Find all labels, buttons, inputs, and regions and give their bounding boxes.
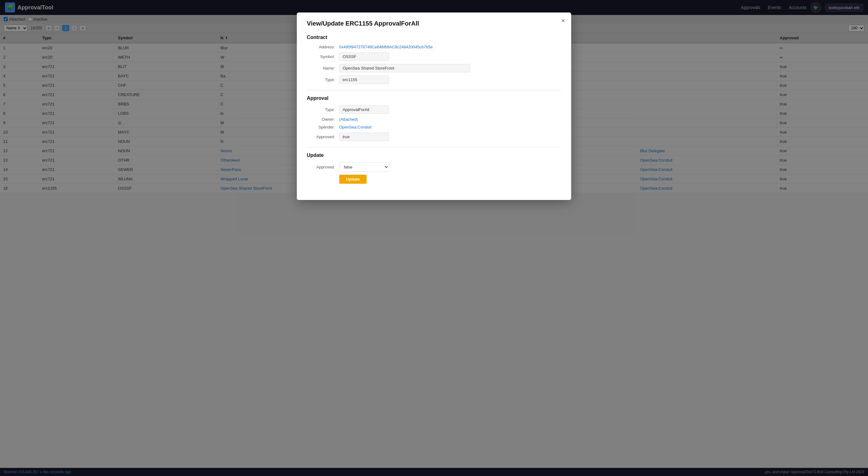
approval-section: Approval Type: ApprovalForAll Owner: (At… xyxy=(307,95,561,141)
update-approved-label: Approved: xyxy=(307,165,335,169)
contract-type-value: erc1155 xyxy=(339,76,389,84)
update-section-title: Update xyxy=(307,152,561,158)
owner-row: Owner: (Attached) xyxy=(307,117,561,122)
contract-type-label: Type: xyxy=(307,77,335,82)
name-row: Name: OpenSea Shared StoreFront xyxy=(307,64,561,72)
symbol-value: OSSSF xyxy=(339,52,389,61)
approval-type-label: Type: xyxy=(307,107,335,112)
address-label: Address: xyxy=(307,44,335,49)
approved-row: Approved: true xyxy=(307,132,561,141)
modal-title: View/Update ERC1155 ApprovalForAll xyxy=(307,20,561,27)
approved-label: Approved: xyxy=(307,135,335,139)
modal-close-button[interactable]: × xyxy=(561,18,565,24)
approved-value: true xyxy=(339,132,389,141)
address-row: Address: 0x495f947276749Ce646f68AC8c2484… xyxy=(307,44,561,49)
name-value: OpenSea Shared StoreFront xyxy=(339,64,470,72)
symbol-row: Symbol: OSSSF xyxy=(307,52,561,61)
update-button[interactable]: Update xyxy=(339,175,367,184)
spender-row: Spender: OpenSea:Conduit xyxy=(307,125,561,129)
spender-value[interactable]: OpenSea:Conduit xyxy=(339,125,371,129)
update-approved-select[interactable]: false true xyxy=(339,162,389,172)
owner-value[interactable]: (Attached) xyxy=(339,117,358,122)
update-button-row: Update xyxy=(307,175,561,184)
approval-type-row: Type: ApprovalForAll xyxy=(307,106,561,114)
contract-type-row: Type: erc1155 xyxy=(307,76,561,84)
owner-label: Owner: xyxy=(307,117,335,122)
approval-type-value: ApprovalForAll xyxy=(339,106,389,114)
modal: View/Update ERC1155 ApprovalForAll × Con… xyxy=(297,12,571,200)
spender-label: Spender: xyxy=(307,125,335,129)
contract-section: Contract Address: 0x495f947276749Ce646f6… xyxy=(307,35,561,84)
symbol-label: Symbol: xyxy=(307,54,335,59)
address-value[interactable]: 0x495f947276749Ce646f68AC8c248420045cb7b… xyxy=(339,44,433,49)
name-label: Name: xyxy=(307,66,335,70)
contract-section-title: Contract xyxy=(307,35,561,40)
approval-section-title: Approval xyxy=(307,95,561,101)
update-approved-row: Approved: false true xyxy=(307,162,561,172)
update-section: Update Approved: false true Update xyxy=(307,152,561,184)
modal-overlay: View/Update ERC1155 ApprovalForAll × Con… xyxy=(0,0,868,476)
